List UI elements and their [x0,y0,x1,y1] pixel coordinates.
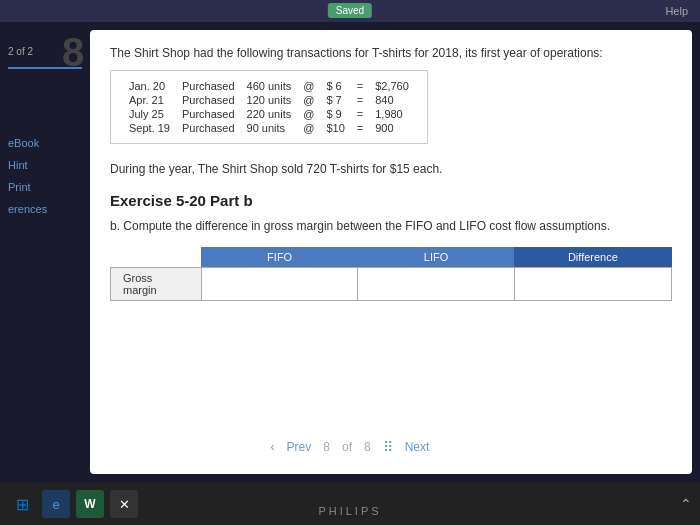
prev-link[interactable]: Prev [287,440,312,454]
fifo-lifo-table-container: FIFO LIFO Difference Gross margin [110,247,672,301]
problem-number: 8 [62,30,84,75]
at-cell: @ [297,93,320,107]
sidebar: 2 of 2 eBook Hint Print erences [0,22,90,482]
chevron-up-icon[interactable]: ⌃ [680,496,692,512]
main-container: 2 of 2 eBook Hint Print erences The Shir… [0,22,700,482]
date-cell: Apr. 21 [123,93,176,107]
intro-text: The Shirt Shop had the following transac… [110,46,672,60]
transaction-table: Jan. 20 Purchased 460 units @ $ 6 = $2,7… [110,70,428,144]
content-area: The Shirt Shop had the following transac… [90,30,692,474]
taskbar: ⊞ e W ✕ PHILIPS ⌃ [0,483,700,525]
eq-cell: = [351,121,369,135]
date-cell: July 25 [123,107,176,121]
total-pages: 8 [364,440,371,454]
close-icon[interactable]: ✕ [110,490,138,518]
fifo-header: FIFO [201,247,357,268]
edge-icon[interactable]: e [42,490,70,518]
sidebar-link-print[interactable]: Print [0,179,90,195]
date-cell: Jan. 20 [123,79,176,93]
table-header-row: FIFO LIFO Difference [111,247,672,268]
sidebar-links: eBook Hint Print erences [0,135,90,217]
at-cell: @ [297,79,320,93]
price-cell: $ 7 [320,93,350,107]
fifo-input-cell[interactable] [201,268,357,301]
units-cell: 90 units [241,121,298,135]
action-cell: Purchased [176,93,241,107]
action-cell: Purchased [176,121,241,135]
sold-text: During the year, The Shirt Shop sold 720… [110,162,672,176]
price-cell: $10 [320,121,350,135]
gross-margin-label: Gross margin [111,268,202,301]
difference-input-cell[interactable] [514,268,671,301]
lifo-input[interactable] [370,278,501,290]
sidebar-link-ebook[interactable]: eBook [0,135,90,151]
fifo-lifo-table: FIFO LIFO Difference Gross margin [110,247,672,301]
total-cell: 900 [369,121,415,135]
date-cell: Sept. 19 [123,121,176,135]
empty-header [111,247,202,268]
lifo-input-cell[interactable] [358,268,514,301]
word-icon[interactable]: W [76,490,104,518]
lifo-header: LIFO [358,247,514,268]
action-cell: Purchased [176,107,241,121]
table-row: Apr. 21 Purchased 120 units @ $ 7 = 840 [123,93,415,107]
next-link[interactable]: Next [405,440,430,454]
eq-cell: = [351,107,369,121]
table-row: Sept. 19 Purchased 90 units @ $10 = 900 [123,121,415,135]
philips-brand: PHILIPS [318,505,381,517]
exercise-header: Exercise 5-20 Part b [110,192,672,209]
top-bar: Saved Help [0,0,700,22]
total-cell: 840 [369,93,415,107]
part-text: b. Compute the difference in gross margi… [110,219,672,233]
eq-cell: = [351,79,369,93]
difference-header: Difference [514,247,671,268]
help-link[interactable]: Help [665,5,688,17]
fifo-input[interactable] [214,278,345,290]
units-cell: 120 units [241,93,298,107]
taskbar-right: ⌃ [680,496,692,512]
sidebar-link-references[interactable]: erences [0,201,90,217]
action-cell: Purchased [176,79,241,93]
bottom-nav: ‹ Prev 8 of 8 ⠿ Next [0,439,700,455]
at-cell: @ [297,121,320,135]
transactions-data: Jan. 20 Purchased 460 units @ $ 6 = $2,7… [123,79,415,135]
eq-cell: = [351,93,369,107]
difference-input[interactable] [527,278,659,290]
units-cell: 460 units [241,79,298,93]
at-cell: @ [297,107,320,121]
saved-badge: Saved [328,3,372,18]
units-cell: 220 units [241,107,298,121]
nav-dots-icon: ⠿ [383,439,393,455]
gross-margin-row: Gross margin [111,268,672,301]
page-number: 8 [323,440,330,454]
table-row: Jan. 20 Purchased 460 units @ $ 6 = $2,7… [123,79,415,93]
prev-icon: ‹ [271,440,275,454]
table-row: July 25 Purchased 220 units @ $ 9 = 1,98… [123,107,415,121]
total-cell: 1,980 [369,107,415,121]
price-cell: $ 6 [320,79,350,93]
sidebar-link-hint[interactable]: Hint [0,157,90,173]
of-text: of [342,440,352,454]
total-cell: $2,760 [369,79,415,93]
price-cell: $ 9 [320,107,350,121]
windows-icon[interactable]: ⊞ [8,490,36,518]
